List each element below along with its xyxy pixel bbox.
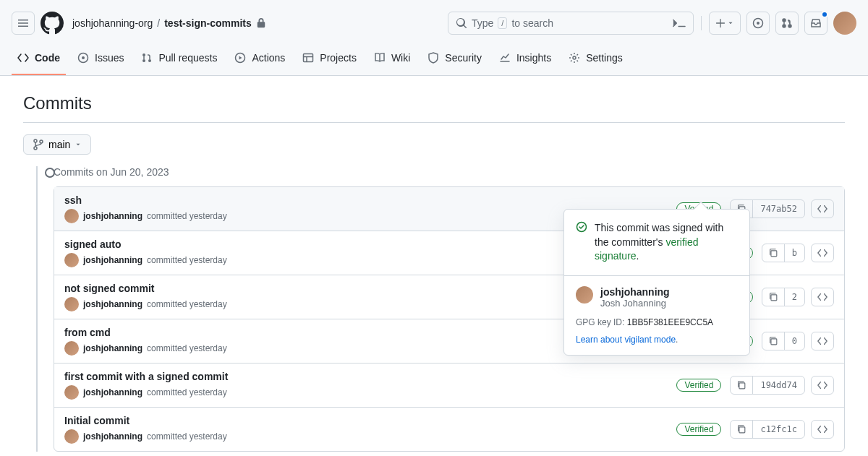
commit-title[interactable]: Initial commit	[64, 415, 676, 426]
nav-code[interactable]: Code	[12, 46, 66, 75]
commit-sha[interactable]: b	[785, 244, 804, 262]
nav-actions-label: Actions	[252, 52, 285, 64]
copy-sha-button[interactable]	[762, 244, 785, 262]
commit-row: ssh joshjohanning committed yesterday Ve…	[54, 187, 844, 231]
commit-author-avatar[interactable]	[64, 385, 79, 400]
svg-rect-5	[304, 54, 313, 62]
nav-settings[interactable]: Settings	[563, 46, 629, 75]
commit-author[interactable]: joshjohanning	[83, 255, 142, 265]
verified-badge[interactable]: Verified	[676, 423, 721, 436]
commit-author[interactable]: joshjohanning	[83, 431, 142, 442]
search-kbd: /	[498, 17, 507, 29]
commit-author-avatar[interactable]	[64, 209, 79, 223]
nav-code-label: Code	[35, 52, 60, 64]
commit-time: committed yesterday	[147, 255, 227, 265]
copy-icon	[736, 424, 746, 434]
commit-time: committed yesterday	[147, 343, 227, 353]
notification-indicator	[821, 11, 828, 18]
commit-author-avatar[interactable]	[64, 429, 79, 444]
nav-projects[interactable]: Projects	[297, 46, 362, 75]
play-icon	[234, 52, 246, 64]
nav-security[interactable]: Security	[422, 46, 488, 75]
commit-title[interactable]: first commit with a signed commit	[64, 371, 676, 382]
inbox-icon	[810, 17, 822, 29]
search-placeholder-after: to search	[511, 17, 553, 29]
verified-signature-link[interactable]: verified signature	[595, 236, 699, 262]
svg-point-9	[40, 140, 43, 143]
commit-sha[interactable]: c12fc1c	[753, 421, 804, 438]
notifications-button[interactable]	[804, 12, 827, 35]
svg-point-8	[34, 147, 37, 150]
nav-security-label: Security	[445, 52, 482, 64]
nav-actions[interactable]: Actions	[229, 46, 291, 75]
copy-sha-button[interactable]	[762, 288, 785, 306]
issues-global-button[interactable]	[746, 12, 770, 35]
commit-row: Initial commit joshjohanning committed y…	[54, 408, 844, 451]
gpg-key-value: 1BB5F381EEE9CC5A	[627, 317, 713, 327]
commit-title[interactable]: ssh	[64, 194, 676, 206]
user-avatar[interactable]	[833, 12, 856, 35]
commit-author-avatar[interactable]	[64, 253, 79, 267]
nav-wiki[interactable]: Wiki	[368, 46, 416, 75]
issue-icon	[77, 52, 89, 64]
commit-author[interactable]: joshjohanning	[83, 211, 142, 221]
nav-insights[interactable]: Insights	[493, 46, 557, 75]
commit-sha[interactable]: 0	[785, 332, 804, 350]
browse-repo-button[interactable]	[811, 288, 834, 306]
gpg-key-label: GPG key ID:	[576, 317, 624, 327]
search-icon	[456, 17, 467, 29]
copy-sha-button[interactable]	[762, 332, 785, 350]
code-icon	[817, 292, 827, 302]
header-divider	[701, 16, 702, 30]
popover-fullname: Josh Johanning	[600, 298, 670, 309]
svg-rect-12	[771, 251, 777, 257]
code-icon	[17, 52, 29, 64]
page-title: Commits	[23, 93, 845, 113]
lock-icon	[256, 18, 266, 28]
verified-badge[interactable]: Verified	[676, 379, 721, 392]
commit-sha[interactable]: 194dd74	[753, 377, 804, 394]
browse-repo-button[interactable]	[811, 244, 834, 262]
nav-issues[interactable]: Issues	[72, 46, 129, 75]
branch-selector[interactable]: main	[23, 134, 91, 155]
hamburger-menu-button[interactable]	[12, 12, 35, 35]
commit-author[interactable]: joshjohanning	[83, 387, 142, 397]
code-icon	[817, 424, 827, 434]
copy-icon	[768, 336, 778, 346]
copy-sha-button[interactable]	[731, 421, 753, 438]
github-logo[interactable]	[41, 12, 64, 35]
vigilant-mode-link[interactable]: Learn about vigilant mode	[576, 335, 676, 345]
search-placeholder-before: Type	[472, 17, 493, 29]
git-pull-request-icon	[781, 17, 793, 29]
search-input[interactable]: Type / to search	[448, 12, 694, 35]
code-icon	[817, 204, 827, 214]
caret-down-icon	[75, 141, 82, 148]
nav-settings-label: Settings	[586, 52, 623, 64]
browse-repo-button[interactable]	[811, 376, 834, 395]
commit-author-avatar[interactable]	[64, 341, 79, 356]
browse-repo-button[interactable]	[811, 199, 834, 218]
popover-username[interactable]: joshjohanning	[600, 286, 670, 298]
commit-sha[interactable]: 2	[785, 288, 804, 306]
code-icon	[817, 248, 827, 258]
command-palette-icon	[673, 17, 686, 29]
graph-icon	[499, 52, 511, 64]
popover-avatar[interactable]	[576, 286, 593, 304]
commit-author[interactable]: joshjohanning	[83, 299, 142, 309]
commit-sha[interactable]: 747ab52	[753, 200, 804, 218]
browse-repo-button[interactable]	[811, 420, 834, 439]
github-icon	[41, 12, 64, 35]
browse-repo-button[interactable]	[811, 332, 834, 350]
commit-author-avatar[interactable]	[64, 297, 79, 311]
breadcrumb-org[interactable]: joshjohanning-org	[72, 17, 153, 29]
caret-down-icon	[727, 20, 734, 27]
commit-time: committed yesterday	[147, 431, 227, 442]
breadcrumb-repo[interactable]: test-sign-commits	[164, 17, 252, 29]
svg-rect-13	[771, 295, 777, 301]
commit-sha-group: b	[762, 244, 805, 262]
create-new-button[interactable]	[709, 12, 741, 35]
nav-pulls[interactable]: Pull requests	[135, 46, 223, 75]
commit-author[interactable]: joshjohanning	[83, 343, 142, 353]
copy-sha-button[interactable]	[731, 377, 753, 394]
pulls-global-button[interactable]	[775, 12, 799, 35]
